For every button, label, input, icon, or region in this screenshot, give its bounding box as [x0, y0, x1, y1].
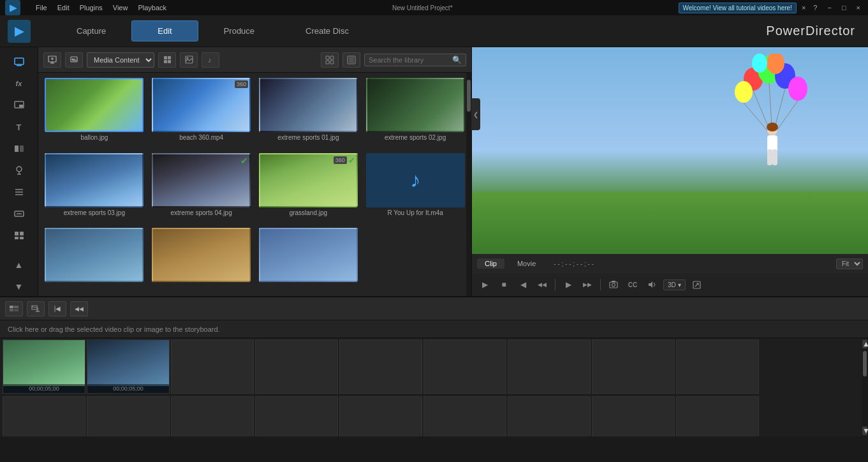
storyboard-scroll-down[interactable]: ▼	[862, 426, 867, 435]
subtitle-btn[interactable]: CC	[625, 277, 640, 292]
threed-btn[interactable]: 3D ▾	[663, 279, 686, 290]
popout-btn[interactable]	[689, 277, 705, 292]
search-box[interactable]: 🔍	[364, 54, 466, 66]
welcome-banner[interactable]: Welcome! View all tutorial videos here!	[679, 3, 797, 13]
story-cell-6[interactable]	[423, 339, 506, 394]
preview-clip-tab[interactable]: Clip	[477, 258, 504, 269]
story-cell-9[interactable]	[676, 339, 759, 394]
story-cell-r2-3[interactable]	[171, 396, 254, 436]
storyboard-view-btn[interactable]	[5, 301, 23, 317]
titlebar-help-btn[interactable]: ?	[811, 4, 820, 11]
media-item-extreme01[interactable]: extreme sports 01.jpg	[258, 78, 360, 148]
view-audio-btn[interactable]: ♪	[202, 52, 219, 68]
snapshot-btn[interactable]	[606, 277, 621, 292]
media-item-row3b[interactable]	[151, 228, 253, 291]
add-audio-btn[interactable]	[27, 301, 45, 317]
media-item-beach360[interactable]: 360 beach 360.mp4	[151, 78, 253, 148]
volume-btn[interactable]	[644, 277, 659, 292]
media-item-balloon[interactable]: ballon.jpg	[43, 78, 145, 148]
story-cell-1[interactable]: 00;00;05;00	[3, 339, 85, 394]
audio-btn[interactable]	[8, 161, 31, 180]
story-cell-r2-6[interactable]	[423, 396, 506, 436]
tab-capture[interactable]: Capture	[51, 21, 131, 41]
story-cell-r2-2[interactable]	[87, 396, 170, 436]
media-thumb-grassland[interactable]: 360 ✔	[259, 153, 358, 207]
collapse-down-btn[interactable]: ▼	[8, 277, 31, 296]
media-thumb-row3c[interactable]	[259, 228, 358, 282]
media-thumb-extreme04[interactable]: ✔	[152, 153, 251, 207]
menu-view[interactable]: View	[113, 4, 128, 11]
media-item-extreme02[interactable]: extreme sports 02.jpg	[364, 78, 466, 148]
story-cell-2[interactable]: 00;00;05;00	[87, 339, 170, 394]
slow-play-btn[interactable]: ◀◀	[534, 277, 550, 292]
media-thumb-ryouup[interactable]: ♪	[366, 153, 465, 207]
nav-prev-btn[interactable]: ◀◀	[70, 301, 88, 317]
preview-movie-tab[interactable]: Movie	[510, 258, 543, 269]
story-cell-r2-8[interactable]	[592, 396, 675, 436]
media-thumb-balloon[interactable]	[45, 78, 143, 132]
titles-btn[interactable]: T	[8, 117, 31, 137]
nav-start-btn[interactable]: |◀	[48, 301, 66, 317]
titlebar-close-banner[interactable]: ×	[802, 4, 805, 11]
subtitle-btn[interactable]	[8, 204, 31, 223]
media-scrollbar[interactable]	[466, 73, 471, 296]
storyboard-scrollbar-thumb[interactable]	[863, 351, 867, 376]
pip-btn[interactable]	[8, 96, 31, 115]
menu-plugins[interactable]: Plugins	[80, 4, 103, 11]
media-item-row3c[interactable]	[258, 228, 360, 291]
media-thumb-row3b[interactable]	[152, 228, 251, 282]
story-cell-7[interactable]	[508, 339, 591, 394]
story-cell-r2-9[interactable]	[676, 396, 759, 436]
next-frame-btn[interactable]: ▶	[561, 277, 576, 292]
story-cell-r2-7[interactable]	[508, 396, 591, 436]
story-cell-4[interactable]	[255, 339, 338, 394]
media-item-extreme04[interactable]: ✔ extreme sports 04.jpg	[151, 153, 253, 223]
tab-create-disc[interactable]: Create Disc	[280, 21, 374, 41]
stop-btn[interactable]: ■	[496, 277, 511, 292]
story-cell-r2-4[interactable]	[255, 396, 338, 436]
media-thumb-extreme01[interactable]	[259, 78, 358, 132]
collapse-up-btn[interactable]: ▲	[8, 255, 31, 274]
media-item-row3a[interactable]	[43, 228, 145, 291]
play-btn[interactable]: ▶	[477, 277, 492, 292]
view-grid-btn[interactable]	[158, 52, 176, 68]
storyboard-scrollbar[interactable]: ▲ ▼	[862, 338, 868, 436]
media-thumb-row3a[interactable]	[45, 228, 143, 282]
story-cell-8[interactable]	[592, 339, 675, 394]
tab-edit[interactable]: Edit	[131, 20, 198, 41]
story-cell-r2-5[interactable]	[339, 396, 422, 436]
story-cell-5[interactable]	[339, 339, 422, 394]
view-photo-btn[interactable]	[180, 52, 198, 68]
effects-btn[interactable]: fx	[8, 74, 31, 93]
media-scrollbar-thumb[interactable]	[467, 80, 471, 112]
story-cell-r2-1[interactable]	[3, 396, 85, 436]
preview-fit-select[interactable]: Fit	[836, 258, 863, 269]
media-thumb-extreme03[interactable]	[45, 153, 143, 207]
titlebar-min-btn[interactable]: −	[825, 4, 834, 11]
chapter-btn[interactable]	[8, 183, 31, 202]
media-room-btn[interactable]	[8, 52, 31, 71]
grid-size-btn[interactable]	[321, 52, 339, 68]
smartslide-btn[interactable]	[8, 226, 31, 245]
media-thumb-extreme02[interactable]	[366, 78, 465, 132]
media-type-select[interactable]: Media Content	[87, 52, 154, 68]
menu-edit[interactable]: Edit	[57, 4, 70, 11]
media-item-ryouup[interactable]: ♪ R You Up for It.m4a	[364, 153, 466, 223]
panel-collapse-btn[interactable]: ❮	[471, 98, 480, 130]
search-input[interactable]	[369, 56, 450, 64]
fast-play-btn[interactable]: ▶▶	[580, 277, 595, 292]
prev-frame-btn[interactable]: ◀	[515, 277, 531, 292]
sort-btn[interactable]	[342, 52, 360, 68]
media-item-extreme03[interactable]: extreme sports 03.jpg	[43, 153, 145, 223]
menu-file[interactable]: File	[36, 4, 47, 11]
menu-playback[interactable]: Playback	[138, 4, 166, 11]
storyboard-scroll-up[interactable]: ▲	[862, 339, 867, 348]
titlebar-max-btn[interactable]: □	[839, 4, 849, 11]
story-cell-3[interactable]	[171, 339, 254, 394]
download-btn[interactable]	[65, 52, 83, 68]
import-media-btn[interactable]	[43, 52, 61, 68]
transitions-btn[interactable]	[8, 139, 31, 158]
media-item-grassland[interactable]: 360 ✔ grassland.jpg	[258, 153, 360, 223]
titlebar-close-btn[interactable]: ×	[854, 4, 863, 11]
tab-produce[interactable]: Produce	[198, 21, 280, 41]
